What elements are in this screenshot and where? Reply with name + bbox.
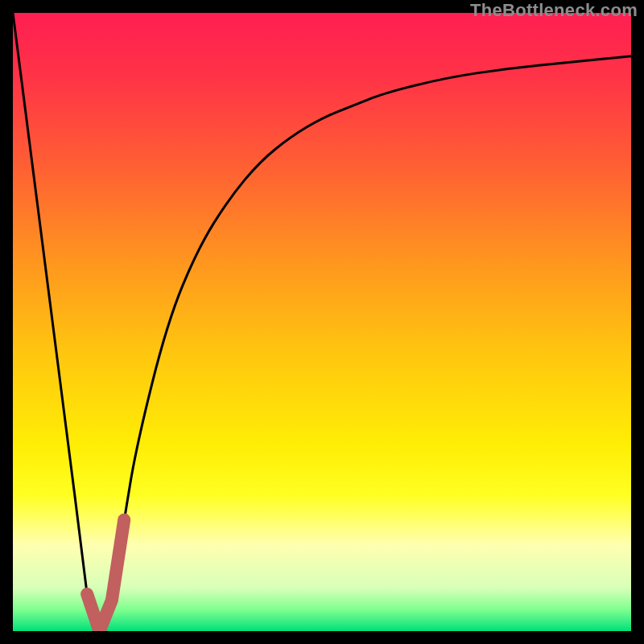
- gradient-background: [13, 13, 631, 631]
- chart-svg: [13, 13, 631, 631]
- plot-area: [13, 13, 631, 631]
- watermark-text: TheBottleneck.com: [470, 0, 638, 21]
- chart-frame: TheBottleneck.com: [0, 0, 644, 644]
